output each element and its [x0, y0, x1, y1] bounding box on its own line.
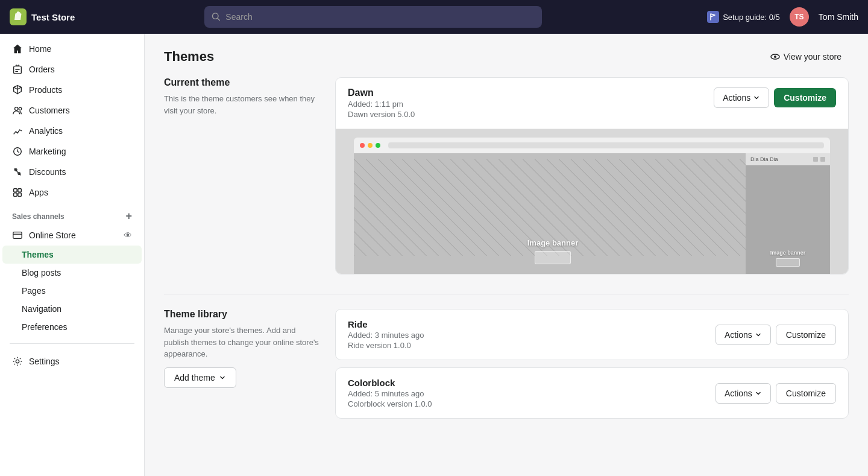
- view-store-label: View your store: [784, 52, 841, 62]
- sidebar-sub-blog-posts[interactable]: Blog posts: [2, 264, 142, 282]
- topnav-right: Setup guide: 0/5 TS Tom Smith: [707, 7, 858, 27]
- sidebar-label-orders: Orders: [29, 65, 55, 74]
- theme-library-section: Theme library Manage your store's themes…: [164, 309, 849, 426]
- sidebar-sub-pages[interactable]: Pages: [2, 282, 142, 300]
- view-store-button[interactable]: View your store: [763, 48, 849, 65]
- store-name: Test Store: [31, 12, 75, 22]
- discounts-icon: [12, 167, 23, 177]
- theme-preview: Image banner Dia Dia Dia: [336, 129, 848, 274]
- svg-point-12: [16, 360, 19, 363]
- current-theme-info: Dawn Added: 1:11 pm Dawn version 5.0.0: [348, 87, 415, 119]
- sidebar-item-settings[interactable]: Settings: [2, 351, 142, 372]
- pages-label: Pages: [22, 286, 46, 296]
- preview-url-bar: [388, 142, 824, 148]
- sidebar-label-marketing: Marketing: [29, 147, 66, 156]
- themes-label: Themes: [22, 250, 54, 259]
- svg-point-4: [19, 107, 22, 110]
- current-theme-actions-button[interactable]: Actions: [714, 87, 769, 108]
- blog-posts-label: Blog posts: [22, 268, 61, 278]
- current-theme-card: Dawn Added: 1:11 pm Dawn version 5.0.0 A…: [335, 77, 849, 274]
- current-theme-card-wrapper: Dawn Added: 1:11 pm Dawn version 5.0.0 A…: [335, 77, 849, 274]
- current-theme-customize-button[interactable]: Customize: [774, 88, 836, 107]
- ride-theme-actions-button[interactable]: Actions: [715, 325, 771, 345]
- main-content: Themes View your store Current theme Thi…: [145, 34, 868, 476]
- sidebar-item-apps[interactable]: Apps: [2, 182, 142, 203]
- search-bar[interactable]: [204, 6, 542, 28]
- colorblock-theme-header: Colorblock Added: 5 minutes ago Colorblo…: [348, 378, 836, 408]
- preview-browser-chrome: [354, 138, 830, 153]
- eye-icon: [770, 52, 780, 62]
- page-header: Themes View your store: [164, 48, 849, 65]
- svg-point-3: [15, 107, 18, 110]
- colorblock-theme-actions-button[interactable]: Actions: [715, 383, 771, 404]
- theme-library-desc-text: Manage your store's themes. Add and publ…: [164, 325, 321, 360]
- sidebar-item-online-store[interactable]: Online Store 👁: [2, 225, 142, 246]
- settings-label: Settings: [29, 357, 60, 366]
- colorblock-theme-added: Added: 5 minutes ago: [348, 389, 432, 398]
- current-theme-layout: Current theme This is the theme customer…: [164, 77, 849, 274]
- theme-library-description: Theme library Manage your store's themes…: [164, 309, 321, 426]
- svg-rect-7: [14, 189, 17, 192]
- sidebar-sub-themes[interactable]: Themes: [2, 246, 142, 264]
- navigation-label: Navigation: [22, 304, 61, 314]
- ride-theme-name: Ride: [348, 319, 424, 329]
- shopify-icon: [10, 8, 27, 25]
- topnav: Test Store Setup guide: 0/5 TS Tom Smith: [0, 0, 868, 34]
- sidebar-sub-navigation[interactable]: Navigation: [2, 300, 142, 318]
- search-input[interactable]: [225, 12, 535, 22]
- sidebar-item-discounts[interactable]: Discounts: [2, 162, 142, 182]
- sidebar-sub-preferences[interactable]: Preferences: [2, 318, 142, 336]
- avatar[interactable]: TS: [790, 7, 809, 27]
- ride-theme-customize-button[interactable]: Customize: [776, 325, 836, 345]
- setup-guide-label: Setup guide: 0/5: [723, 13, 780, 22]
- online-store-icon: [12, 230, 23, 241]
- add-sales-channel-icon[interactable]: +: [125, 210, 132, 223]
- store-logo[interactable]: Test Store: [10, 8, 118, 25]
- sidebar-label-apps: Apps: [29, 188, 48, 197]
- preview-main-content: Image banner: [354, 153, 752, 274]
- sidebar-item-analytics[interactable]: Analytics: [2, 121, 142, 141]
- search-icon: [212, 12, 221, 22]
- eye-icon[interactable]: 👁: [124, 230, 132, 240]
- preview-banner-label: Image banner: [527, 238, 579, 247]
- sidebar-item-customers[interactable]: Customers: [2, 100, 142, 121]
- preview-store-name-small: Dia Dia Dia: [750, 156, 778, 162]
- colorblock-theme-card: Colorblock Added: 5 minutes ago Colorblo…: [335, 367, 849, 419]
- analytics-icon: [12, 125, 23, 136]
- add-theme-button[interactable]: Add theme: [164, 367, 236, 388]
- sidebar-item-orders[interactable]: Orders: [2, 59, 142, 80]
- apps-icon: [12, 187, 23, 198]
- sidebar-label-home: Home: [29, 44, 51, 54]
- section-divider: [164, 294, 849, 294]
- current-theme-card-header: Dawn Added: 1:11 pm Dawn version 5.0.0 A…: [336, 78, 848, 129]
- ride-theme-actions: Actions Customize: [715, 325, 836, 345]
- preview-secondary-card: Dia Dia Dia Image banner: [746, 153, 830, 274]
- sidebar-label-products: Products: [29, 85, 62, 95]
- preview-secondary-icons: [813, 157, 825, 162]
- current-theme-description: Current theme This is the theme customer…: [164, 77, 321, 274]
- current-theme-section: Current theme This is the theme customer…: [164, 77, 849, 274]
- add-theme-chevron-icon: [219, 374, 226, 381]
- colorblock-theme-name: Colorblock: [348, 378, 432, 388]
- theme-library-layout: Theme library Manage your store's themes…: [164, 309, 849, 426]
- sidebar-item-home[interactable]: Home: [2, 39, 142, 59]
- ride-theme-info: Ride Added: 3 minutes ago Ride version 1…: [348, 319, 424, 350]
- setup-guide[interactable]: Setup guide: 0/5: [707, 11, 780, 23]
- colorblock-theme-version: Colorblock version 1.0.0: [348, 399, 432, 408]
- preview-secondary-content: Image banner: [746, 165, 830, 274]
- setup-guide-icon: [707, 11, 719, 23]
- current-theme-added: Added: 1:11 pm: [348, 100, 415, 109]
- sidebar-item-marketing[interactable]: Marketing: [2, 141, 142, 162]
- chevron-down-icon: [753, 94, 760, 101]
- svg-rect-8: [18, 189, 21, 192]
- ride-theme-version: Ride version 1.0.0: [348, 341, 424, 350]
- colorblock-theme-customize-button[interactable]: Customize: [776, 383, 836, 404]
- sidebar-item-products[interactable]: Products: [2, 80, 142, 100]
- home-icon: [12, 43, 23, 54]
- svg-rect-11: [13, 232, 22, 239]
- flag-icon: [709, 13, 717, 21]
- preview-small-banner-label: Image banner: [770, 250, 806, 256]
- sidebar-divider: [10, 343, 134, 344]
- preview-cta-btn: [535, 251, 571, 264]
- svg-rect-2: [14, 66, 22, 74]
